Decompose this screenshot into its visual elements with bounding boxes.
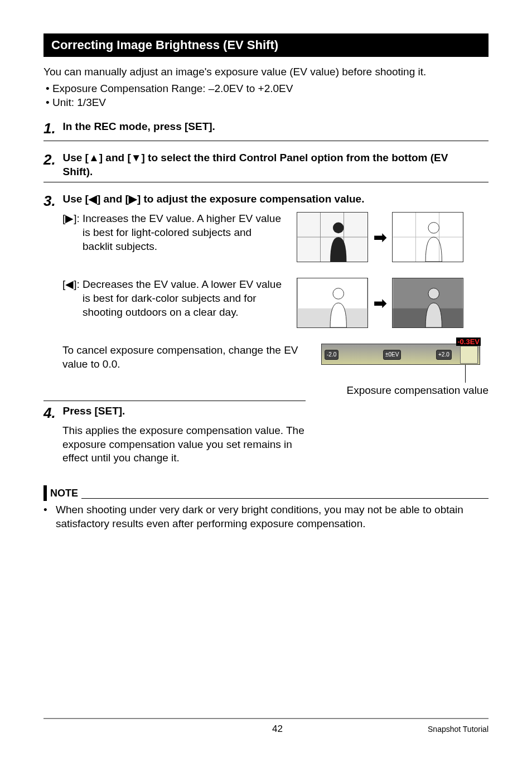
left-arrow-label: [◀]: — [62, 278, 83, 292]
ev-max-label: +2.0 — [436, 350, 452, 360]
ev-decrease-desc: Decreases the EV value. A lower EV value… — [83, 278, 283, 319]
ev-caption: Exposure compensation value — [321, 384, 489, 397]
illustration-backlit-before — [297, 212, 368, 262]
illustration-outdoor-before — [297, 278, 368, 328]
footer-divider — [43, 718, 489, 719]
ev-mid-label: ±0EV — [383, 350, 401, 360]
step-3: 3. Use [◀] and [▶] to adjust the exposur… — [43, 192, 489, 210]
intro-bullet: Exposure Compensation Range: –2.0EV to +… — [46, 81, 489, 96]
page-footer: 42 Snapshot Tutorial — [43, 718, 489, 735]
svg-point-15 — [428, 288, 439, 300]
arrow-right-icon: ➡ — [374, 294, 386, 312]
svg-point-12 — [333, 288, 344, 300]
step-heading: Use [▲] and [▼] to select the third Cont… — [62, 151, 481, 179]
step-4-body: This applies the exposure compensation v… — [62, 424, 311, 465]
footer-section-label: Snapshot Tutorial — [428, 725, 489, 734]
right-arrow-label: [▶]: — [62, 212, 83, 226]
svg-point-4 — [333, 223, 344, 234]
step-heading: Press [SET]. — [62, 404, 302, 418]
arrow-right-icon: ➡ — [374, 228, 386, 247]
step-4: 4. Press [SET]. — [43, 404, 311, 422]
ev-compensation-bar: -0.3EV -2.0 ±0EV +2.0 — [321, 344, 480, 365]
intro-bullet: Unit: 1/3EV — [46, 95, 489, 110]
step-number: 1. — [43, 120, 60, 137]
step-number: 4. — [43, 404, 60, 422]
step-2: 2. Use [▲] and [▼] to select the third C… — [43, 151, 489, 182]
divider — [43, 141, 489, 141]
ev-cancel-text: To cancel exposure compensation, change … — [62, 344, 311, 371]
divider — [43, 182, 489, 182]
note-title: NOTE — [50, 488, 78, 499]
bullet-icon: • — [43, 503, 56, 531]
page-number: 42 — [127, 724, 428, 735]
intro-text: You can manually adjust an image's expos… — [43, 65, 489, 79]
illustration-backlit-after — [392, 212, 463, 262]
ev-value-callout: -0.3EV — [456, 337, 481, 346]
step-heading: Use [◀] and [▶] to adjust the exposure c… — [62, 192, 481, 206]
ev-thumbnail-icon — [460, 346, 478, 364]
ev-increase-desc: Increases the EV value. A higher EV valu… — [83, 212, 283, 253]
step-number: 2. — [43, 151, 60, 168]
section-heading: Correcting Image Brightness (EV Shift) — [43, 33, 489, 57]
ev-min-label: -2.0 — [325, 350, 338, 360]
ev-increase-row: [▶]:Increases the EV value. A higher EV … — [62, 212, 489, 262]
illustration-outdoor-after — [392, 278, 463, 328]
callout-pointer — [465, 365, 466, 383]
step-1: 1. In the REC mode, press [SET]. — [43, 120, 489, 141]
note-divider — [81, 498, 489, 499]
note-block: NOTE • When shooting under very dark or … — [43, 485, 489, 531]
ev-decrease-row: [◀]:Decreases the EV value. A lower EV v… — [62, 278, 489, 328]
step-number: 3. — [43, 192, 60, 210]
note-text: When shooting under very dark or very br… — [56, 503, 489, 531]
note-bar-icon — [43, 485, 47, 501]
step-heading: In the REC mode, press [SET]. — [62, 120, 481, 134]
